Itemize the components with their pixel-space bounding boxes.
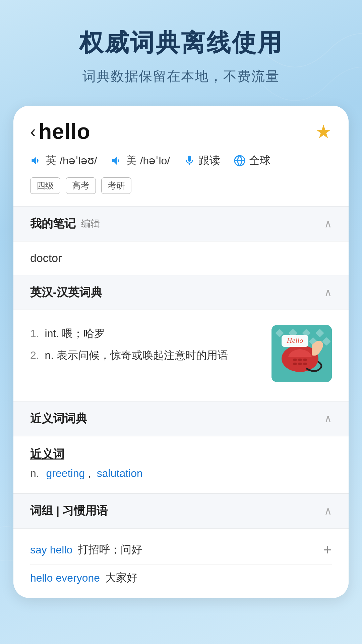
- global-button[interactable]: 全球: [234, 153, 270, 168]
- entry-2: 2. n. 表示问候，惊奇或唤起注意时的用语: [30, 347, 261, 364]
- entry-2-text: 表示问候，惊奇或唤起注意时的用语: [57, 349, 228, 361]
- hello-image: Hello: [272, 325, 332, 382]
- synonym-row: n. greeting , salutation: [30, 467, 332, 480]
- british-pronunciation[interactable]: 英 /həˈləʊ/: [30, 153, 97, 168]
- synonyms-content: 近义词 n. greeting , salutation: [13, 436, 349, 493]
- pron-uk-label: 英: [46, 153, 56, 168]
- dict-section-header[interactable]: 英汉-汉英词典 ∧: [13, 275, 349, 310]
- speaker-uk-icon: [30, 155, 42, 167]
- dict-section-title: 英汉-汉英词典: [30, 285, 102, 300]
- phrase-meaning-2: 大家好: [105, 571, 137, 585]
- notes-chevron: ∧: [324, 217, 332, 230]
- dict-card: ‹ hello ★ 英 /həˈləʊ/ 美 /həˈlo/: [13, 106, 349, 598]
- speaker-us-icon: [111, 155, 123, 167]
- global-label: 全球: [249, 153, 270, 168]
- entry-2-pos: n.: [45, 349, 57, 361]
- entry-1-num: 1.: [30, 327, 39, 339]
- word-header: ‹ hello ★ 英 /həˈləʊ/ 美 /həˈlo/: [13, 106, 349, 206]
- svg-rect-17: [298, 363, 302, 365]
- notes-section-header[interactable]: 我的笔记 编辑 ∧: [13, 207, 349, 241]
- phrases-chevron: ∧: [324, 504, 332, 517]
- tag-kaoyan: 考研: [101, 177, 131, 194]
- svg-rect-18: [303, 363, 307, 365]
- phrase-meaning-1: 打招呼；问好: [78, 542, 142, 557]
- entries-text: 1. int. 喂；哈罗 2. n. 表示问候，惊奇或唤起注意时的用语: [30, 325, 261, 369]
- phrases-content: say hello 打招呼；问好 + hello everyone 大家好: [13, 529, 349, 598]
- back-icon[interactable]: ‹: [30, 123, 36, 140]
- synonym-comma: ,: [88, 467, 94, 479]
- phrase-row-1: say hello 打招呼；问好 +: [30, 535, 332, 565]
- notes-edit[interactable]: 编辑: [81, 217, 100, 230]
- entry-1: 1. int. 喂；哈罗: [30, 325, 261, 342]
- phrase-word-2[interactable]: hello everyone: [30, 572, 100, 584]
- phrase-left-2: hello everyone 大家好: [30, 571, 332, 585]
- entry-1-pos: int.: [45, 327, 62, 339]
- pronunciation-row: 英 /həˈləʊ/ 美 /həˈlo/ 跟读: [30, 153, 332, 168]
- svg-rect-13: [293, 359, 297, 361]
- tags-row: 四级 高考 考研: [30, 177, 332, 194]
- notes-content: doctor: [13, 241, 349, 275]
- dict-content: 1. int. 喂；哈罗 2. n. 表示问候，惊奇或唤起注意时的用语: [13, 310, 349, 401]
- entry-2-num: 2.: [30, 349, 39, 361]
- svg-rect-16: [293, 363, 297, 365]
- synonyms-chevron: ∧: [324, 412, 332, 425]
- phrase-add-button-1[interactable]: +: [323, 541, 332, 558]
- pron-us-ipa: /həˈlo/: [140, 154, 170, 167]
- synonym-word-1[interactable]: greeting: [46, 467, 85, 479]
- hello-image-svg: Hello: [272, 325, 332, 382]
- star-icon[interactable]: ★: [315, 121, 332, 143]
- notes-title: 我的笔记: [30, 216, 76, 231]
- phrases-section-header[interactable]: 词组 | 习惯用语 ∧: [13, 494, 349, 528]
- word-text: hello: [39, 119, 90, 144]
- phrase-row-2: hello everyone 大家好: [30, 565, 332, 591]
- microphone-icon: [183, 155, 195, 167]
- tag-gaokao: 高考: [66, 177, 96, 194]
- tag-cet4: 四级: [30, 177, 60, 194]
- follow-read-button[interactable]: 跟读: [183, 153, 220, 168]
- svg-rect-12: [285, 355, 315, 367]
- word-title-row: ‹ hello ★: [30, 119, 332, 144]
- entry-1-text: 喂；哈罗: [62, 327, 105, 339]
- synonyms-section-header[interactable]: 近义词词典 ∧: [13, 401, 349, 436]
- phrase-word-1[interactable]: say hello: [30, 544, 72, 556]
- synonym-word-2[interactable]: salutation: [97, 467, 143, 479]
- header-section: 权威词典离线使用 词典数据保留在本地，不费流量: [0, 0, 362, 106]
- svg-rect-14: [298, 359, 302, 361]
- dict-chevron: ∧: [324, 286, 332, 299]
- dict-entry: 1. int. 喂；哈罗 2. n. 表示问候，惊奇或唤起注意时的用语: [30, 318, 332, 389]
- synonym-heading: 近义词: [30, 446, 332, 462]
- word-back-row: ‹ hello: [30, 119, 90, 144]
- phrase-left-1: say hello 打招呼；问好: [30, 542, 323, 557]
- follow-read-label: 跟读: [199, 153, 220, 168]
- sub-title: 词典数据保留在本地，不费流量: [13, 67, 349, 86]
- american-pronunciation[interactable]: 美 /həˈlo/: [111, 153, 170, 168]
- svg-rect-15: [303, 359, 307, 361]
- phrases-section-title: 词组 | 习惯用语: [30, 503, 108, 519]
- notes-title-left: 我的笔记 编辑: [30, 216, 100, 231]
- synonyms-section-title: 近义词词典: [30, 411, 87, 426]
- global-icon: [234, 155, 246, 167]
- pron-us-label: 美: [126, 153, 137, 168]
- note-text: doctor: [30, 252, 332, 265]
- synonym-pos: n.: [30, 467, 39, 479]
- svg-text:Hello: Hello: [287, 336, 303, 344]
- main-title: 权威词典离线使用: [13, 27, 349, 59]
- pron-uk-ipa: /həˈləʊ/: [60, 154, 97, 167]
